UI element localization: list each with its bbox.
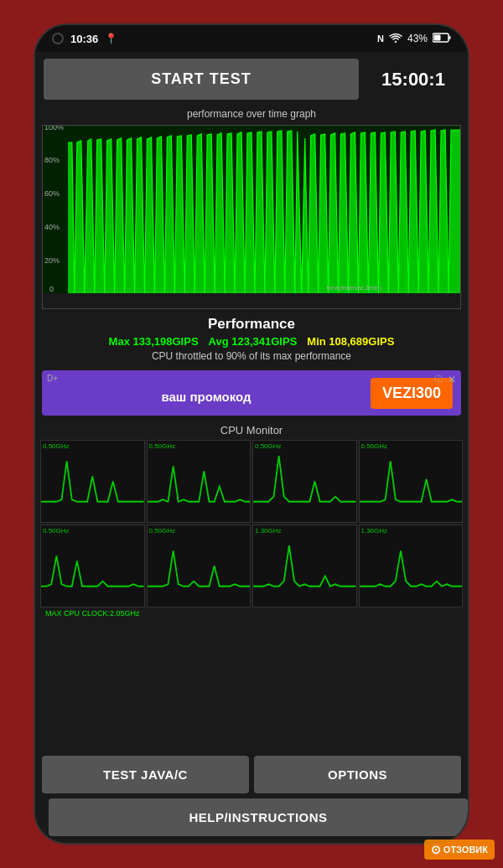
svg-text:80%: 80% xyxy=(44,156,60,164)
help-instructions-button[interactable]: HELP/INSTRUCTIONS xyxy=(49,798,468,836)
cpu-core-2: 0.50GHz xyxy=(252,440,357,523)
options-button[interactable]: OPTIONS xyxy=(254,756,461,793)
ad-badge: D+ xyxy=(47,374,58,383)
graph-area: 100% 80% 60% 40% 20% 0 time(interval 2mi… xyxy=(43,126,460,293)
stat-max: Max 133,198GIPS xyxy=(109,335,199,348)
cpu-monitor-title: CPU Monitor xyxy=(40,424,463,437)
cpu-core-0-freq: 0.50GHz xyxy=(43,442,70,450)
battery-icon xyxy=(433,33,451,44)
cpu-monitor-section: CPU Monitor 0.50GHz 0.50GHz xyxy=(35,421,468,751)
svg-rect-21 xyxy=(360,441,463,522)
cpu-core-3-freq: 0.50GHz xyxy=(361,442,388,450)
perf-stats: Max 133,198GIPS Avg 123,341GIPS Min 108,… xyxy=(44,335,459,348)
status-left: 10:36 📍 xyxy=(52,33,117,45)
nfc-icon: N xyxy=(377,34,384,44)
test-java-c-button[interactable]: TEST JAVA/C xyxy=(42,756,249,793)
svg-text:100%: 100% xyxy=(44,126,64,132)
wifi-icon xyxy=(389,33,402,44)
ad-text: ваш промокод xyxy=(50,390,362,404)
start-test-button[interactable]: START TEST xyxy=(44,59,359,100)
watermark: ⊙ ОТЗОВИК xyxy=(424,840,495,860)
status-right: N 43% xyxy=(377,33,451,44)
status-bar: 10:36 📍 N 43% xyxy=(35,25,468,52)
ad-info-icon[interactable]: ⓘ xyxy=(434,374,443,385)
battery-display: 43% xyxy=(407,33,428,44)
performance-title: Performance xyxy=(44,316,459,333)
cpu-grid: 0.50GHz 0.50GHz 0.50GHz xyxy=(40,440,463,607)
stat-avg: Avg 123,341GIPS xyxy=(209,335,298,348)
cpu-core-1-freq: 0.50GHz xyxy=(149,442,176,450)
ad-banner[interactable]: D+ ваш промокод VEZI300 ⓘ ✕ xyxy=(42,370,461,416)
graph-title: performance over time graph xyxy=(35,106,468,121)
stat-min: Min 108,689GIPS xyxy=(307,335,394,348)
svg-rect-22 xyxy=(41,525,144,607)
svg-rect-20 xyxy=(253,441,356,522)
svg-rect-2 xyxy=(449,36,451,39)
top-bar: START TEST 15:00:1 xyxy=(35,52,468,106)
svg-text:40%: 40% xyxy=(44,223,60,231)
svg-rect-19 xyxy=(148,441,251,522)
camera-dot xyxy=(52,33,64,44)
cpu-core-5-freq: 0.50GHz xyxy=(149,527,176,535)
location-icon: 📍 xyxy=(105,33,117,44)
max-cpu-label: MAX CPU CLOCK:2.05GHz xyxy=(40,607,463,619)
time-display: 10:36 xyxy=(70,33,98,45)
svg-text:60%: 60% xyxy=(44,189,60,198)
graph-svg: 100% 80% 60% 40% 20% 0 time(interval 2mi… xyxy=(43,126,460,293)
ad-close-button[interactable]: ✕ xyxy=(448,374,456,385)
timer-display: 15:00:1 xyxy=(367,69,459,90)
cpu-core-6: 1.30GHz xyxy=(252,524,357,607)
svg-rect-1 xyxy=(434,35,441,41)
cpu-core-6-freq: 1.30GHz xyxy=(255,527,282,535)
cpu-core-7: 1.30GHz xyxy=(359,524,464,607)
cpu-core-7-freq: 1.30GHz xyxy=(361,527,388,535)
bottom-buttons: TEST JAVA/C OPTIONS xyxy=(35,751,468,798)
svg-rect-25 xyxy=(360,525,463,607)
watermark-text: ОТЗОВИК xyxy=(443,845,488,855)
performance-section: Performance Max 133,198GIPS Avg 123,341G… xyxy=(35,313,468,365)
cpu-core-5: 0.50GHz xyxy=(147,524,252,607)
svg-text:20%: 20% xyxy=(44,256,60,265)
svg-rect-24 xyxy=(253,525,356,607)
cpu-core-1: 0.50GHz xyxy=(147,440,252,523)
cpu-core-4: 0.50GHz xyxy=(40,524,145,607)
perf-note: CPU throttled to 90% of its max performa… xyxy=(44,350,459,362)
cpu-core-2-freq: 0.50GHz xyxy=(255,442,282,450)
graph-container: 100% 80% 60% 40% 20% 0 time(interval 2mi… xyxy=(42,125,461,309)
cpu-core-4-freq: 0.50GHz xyxy=(43,527,70,535)
svg-text:0: 0 xyxy=(49,285,54,293)
svg-rect-18 xyxy=(41,441,144,522)
help-row: HELP/INSTRUCTIONS xyxy=(35,798,468,843)
cpu-core-3: 0.50GHz xyxy=(359,440,464,523)
phone-frame: 10:36 📍 N 43% xyxy=(34,23,469,845)
app-content: START TEST 15:00:1 performance over time… xyxy=(35,52,468,843)
cpu-core-0: 0.50GHz xyxy=(40,440,145,523)
svg-rect-23 xyxy=(148,525,251,607)
svg-text:time(interval 2min): time(interval 2min) xyxy=(327,284,382,292)
